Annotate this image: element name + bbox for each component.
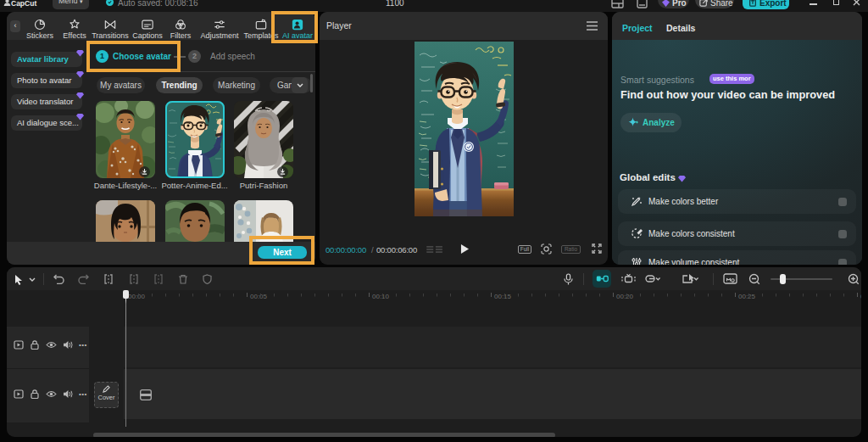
svg-text:00:25: 00:25 — [738, 293, 756, 300]
svg-text:00:10: 00:10 — [372, 293, 390, 300]
svg-text:00:00: 00:00 — [128, 293, 146, 300]
svg-text:00:05: 00:05 — [250, 293, 268, 300]
svg-text:00:15: 00:15 — [494, 293, 512, 300]
svg-text:00:20: 00:20 — [616, 293, 634, 300]
svg-text:0: 0 — [860, 293, 861, 300]
